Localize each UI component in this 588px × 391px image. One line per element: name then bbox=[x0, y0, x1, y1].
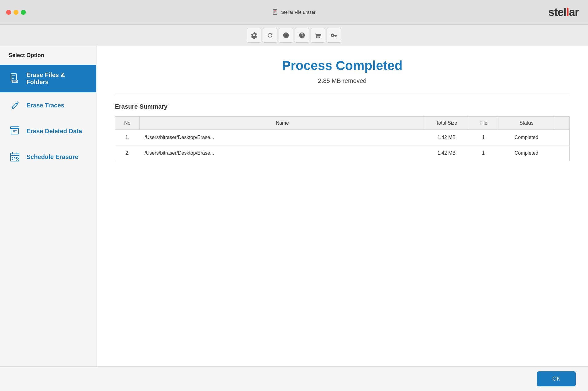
cell-name: /Users/bitraser/Desktop/Erase... bbox=[140, 130, 425, 145]
svg-line-11 bbox=[17, 102, 18, 103]
col-header-extra bbox=[554, 117, 570, 130]
col-header-size: Total Size bbox=[425, 117, 468, 130]
table-row: 1. /Users/bitraser/Desktop/Erase... 1.42… bbox=[115, 130, 570, 145]
cell-file: 1 bbox=[468, 145, 499, 161]
footer: OK bbox=[0, 366, 588, 391]
cart-button[interactable] bbox=[311, 28, 325, 43]
window-title: Stellar File Eraser bbox=[281, 10, 315, 15]
col-header-file: File bbox=[468, 117, 499, 130]
cell-no: 1. bbox=[115, 130, 140, 145]
content-divider bbox=[115, 94, 570, 94]
svg-rect-8 bbox=[12, 80, 18, 83]
key-button[interactable] bbox=[327, 28, 341, 43]
svg-rect-20 bbox=[12, 157, 13, 158]
titlebar: Stellar File Eraser stellar bbox=[0, 0, 588, 25]
help-icon bbox=[299, 32, 305, 39]
svg-rect-21 bbox=[14, 157, 15, 158]
cell-extra bbox=[554, 130, 570, 145]
sidebar-item-schedule-erasure-label: Schedule Erasure bbox=[26, 153, 78, 161]
cell-file: 1 bbox=[468, 130, 499, 145]
sidebar-item-erase-files[interactable]: Erase Files & Folders bbox=[0, 65, 96, 92]
table-row: 2. /Users/bitraser/Desktop/Erase... 1.42… bbox=[115, 145, 570, 161]
process-title: Process Completed bbox=[115, 58, 570, 73]
sidebar-item-erase-files-label: Erase Files & Folders bbox=[26, 72, 88, 86]
sidebar-item-erase-deleted[interactable]: Erase Deleted Data bbox=[0, 118, 96, 144]
info-button[interactable] bbox=[279, 28, 293, 43]
erase-deleted-icon bbox=[9, 125, 21, 137]
minimize-button[interactable] bbox=[14, 10, 18, 15]
toolbar bbox=[0, 25, 588, 46]
maximize-button[interactable] bbox=[21, 10, 26, 15]
sidebar-item-erase-traces-label: Erase Traces bbox=[26, 102, 64, 109]
content-area: Process Completed 2.85 MB removed Erasur… bbox=[96, 46, 588, 391]
cell-status: Completed bbox=[499, 130, 554, 145]
main-layout: Select Option Erase Files & Folders bbox=[0, 46, 588, 391]
settings-icon bbox=[251, 32, 257, 39]
settings-button[interactable] bbox=[247, 28, 261, 43]
erase-files-icon bbox=[9, 72, 21, 85]
col-header-no: No bbox=[115, 117, 140, 130]
erasure-summary-title: Erasure Summary bbox=[115, 103, 570, 110]
sidebar-item-schedule-erasure[interactable]: Schedule Erasure bbox=[0, 144, 96, 170]
app-icon bbox=[272, 9, 279, 15]
cell-extra bbox=[554, 145, 570, 161]
cell-size: 1.42 MB bbox=[425, 130, 468, 145]
help-button[interactable] bbox=[295, 28, 309, 43]
refresh-button[interactable] bbox=[263, 28, 277, 43]
sidebar-label: Select Option bbox=[0, 52, 96, 65]
svg-line-26 bbox=[18, 160, 18, 161]
info-icon bbox=[283, 32, 289, 39]
erasure-summary-table: No Name Total Size File Status 1. /Users… bbox=[115, 116, 570, 161]
logo-accent: l bbox=[566, 6, 569, 18]
key-icon bbox=[331, 32, 337, 39]
svg-rect-23 bbox=[12, 159, 13, 160]
cell-no: 2. bbox=[115, 145, 140, 161]
traffic-lights bbox=[6, 10, 26, 15]
cell-status: Completed bbox=[499, 145, 554, 161]
cart-icon bbox=[315, 32, 321, 39]
sidebar-item-erase-traces[interactable]: Erase Traces bbox=[0, 92, 96, 118]
refresh-icon bbox=[267, 32, 273, 39]
window-title-area: Stellar File Eraser bbox=[272, 9, 315, 15]
cell-name: /Users/bitraser/Desktop/Erase... bbox=[140, 145, 425, 161]
erase-traces-icon bbox=[9, 99, 21, 111]
schedule-erasure-icon bbox=[9, 151, 21, 163]
cell-size: 1.42 MB bbox=[425, 145, 468, 161]
col-header-status: Status bbox=[499, 117, 554, 130]
sidebar: Select Option Erase Files & Folders bbox=[0, 46, 96, 391]
ok-button[interactable]: OK bbox=[537, 371, 576, 386]
sidebar-item-erase-deleted-label: Erase Deleted Data bbox=[26, 128, 82, 135]
col-header-name: Name bbox=[140, 117, 425, 130]
close-button[interactable] bbox=[6, 10, 11, 15]
svg-rect-0 bbox=[273, 10, 277, 14]
stellar-logo: stellar bbox=[548, 6, 579, 19]
process-subtitle: 2.85 MB removed bbox=[115, 77, 570, 84]
